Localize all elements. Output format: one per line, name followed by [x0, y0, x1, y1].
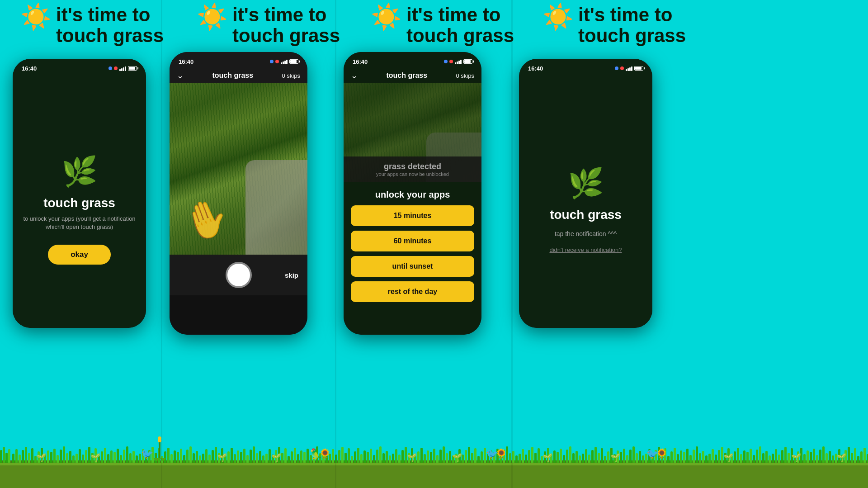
phone4-record-icon [620, 66, 624, 70]
phone3-battery-icon [463, 59, 472, 64]
grass-photo: 🤚 [170, 83, 307, 255]
okay-button[interactable]: okay [48, 245, 111, 265]
small-plant-8: 🌱 [610, 453, 620, 463]
small-plant-4: 🌱 [271, 453, 281, 463]
phone3-time: 16:40 [353, 58, 368, 65]
phone3-status-icons [444, 59, 472, 64]
phone-4: 16:40 🌿 touch grass tap the notification… [519, 59, 652, 328]
divider-3 [511, 0, 513, 488]
grass-group [0, 447, 10, 463]
phone2-nav-title: touch grass [212, 71, 253, 80]
phone4-battery-icon [634, 66, 643, 71]
phone4-app-title: touch grass [550, 208, 622, 222]
phone4-notification-link[interactable]: didn't receive a notification? [549, 246, 622, 253]
small-plant-3: 🌱 [217, 453, 227, 463]
panel3-line1: it's time to [406, 5, 514, 25]
panel4-line2: touch grass [578, 25, 686, 46]
grass-detected-overlay: grass detected your apps can now be unbl… [344, 83, 481, 182]
detected-subtitle: your apps can now be unblocked [349, 171, 476, 177]
unlock-day-button[interactable]: rest of the day [351, 281, 474, 302]
phone2-status-icons [270, 59, 298, 64]
panel2-line2: touch grass [232, 25, 340, 46]
sunflower-1 [154, 436, 165, 461]
phone3-signal-icon [455, 59, 462, 64]
unlock-title: unlock your apps [351, 190, 474, 200]
phone1-time: 16:40 [22, 65, 37, 72]
panel4-line1: it's time to [578, 5, 686, 25]
phone1-location-icon [108, 66, 112, 70]
camera-view: 🤚 [170, 83, 307, 255]
sun-icon-3: ☀️ [371, 5, 402, 29]
phone4-grass-icon: 🌿 [568, 166, 604, 200]
phone1-screen: 16:40 🌿 touch grass to unlock your apps … [13, 59, 146, 328]
phone1-content: 🌿 touch grass to unlock your apps (you'l… [13, 75, 146, 328]
small-plant-10: 🌱 [791, 453, 801, 463]
unlock-60min-button[interactable]: 60 minutes [351, 231, 474, 251]
divider-1 [161, 0, 162, 488]
phone-3: 16:40 ⌄ touch grass 0 skips [344, 52, 481, 335]
phone3-nav-skips: 0 skips [456, 72, 474, 79]
red-bird-2: 🦜 [310, 448, 322, 460]
phone1-signal-icon [119, 66, 126, 71]
small-plant-7: 🌱 [542, 453, 552, 463]
grass-fill [12, 446, 868, 463]
phone4-screen: 16:40 🌿 touch grass tap the notification… [519, 59, 652, 328]
phone2-nav: ⌄ touch grass 0 skips [170, 68, 307, 83]
phone2-location-icon [270, 60, 274, 63]
unlock-sunset-button[interactable]: until sunset [351, 256, 474, 277]
sun-icon-2: ☀️ [197, 5, 228, 29]
panel2-line1: it's time to [232, 5, 340, 25]
phone1-status-bar: 16:40 [13, 59, 146, 75]
panel3-header-text: it's time to touch grass [406, 5, 514, 46]
panel4-header: ☀️ it's time to touch grass [542, 5, 686, 46]
phone1-app-subtitle: to unlock your apps (you'll get a notifi… [22, 215, 137, 231]
ground-layer [0, 463, 868, 488]
phone2-screen: 16:40 ⌄ touch grass 0 skips [170, 52, 307, 335]
panel1-line1: it's time to [56, 5, 164, 25]
phone3-nav-title: touch grass [386, 71, 427, 80]
grass-plant-icon: 🌿 [61, 155, 98, 189]
phone3-chevron-icon[interactable]: ⌄ [351, 71, 358, 81]
phone3-nav: ⌄ touch grass 0 skips [344, 68, 481, 83]
phone4-status-bar: 16:40 [519, 59, 652, 75]
phone2-status-bar: 16:40 [170, 52, 307, 68]
sun-icon-4: ☀️ [542, 5, 574, 29]
shutter-button[interactable] [226, 262, 252, 288]
phone1-battery-icon [128, 66, 137, 71]
phone4-signal-icon [626, 66, 632, 71]
unlock-section: unlock your apps 15 minutes 60 minutes u… [344, 182, 481, 314]
divider-2 [335, 0, 336, 488]
phone3-screen: 16:40 ⌄ touch grass 0 skips [344, 52, 481, 335]
panel1-line2: touch grass [56, 25, 164, 46]
sun-icon-1: ☀️ [20, 5, 52, 29]
small-plant-9: 🌱 [723, 453, 733, 463]
unlock-15min-button[interactable]: 15 minutes [351, 205, 474, 226]
panel4-header-text: it's time to touch grass [578, 5, 686, 46]
phone4-status-icons [615, 66, 643, 71]
small-plant-2: 🌱 [90, 453, 100, 463]
phone4-content: 🌿 touch grass tap the notification ^^^ d… [519, 75, 652, 328]
skip-button[interactable]: skip [285, 271, 298, 279]
small-plant-6: 🌱 [452, 453, 462, 463]
panel2-header-text: it's time to touch grass [232, 5, 340, 46]
red-bird-3: 🐦 [486, 448, 498, 460]
grass-tufts-row [0, 445, 868, 463]
phone1-record-icon [114, 66, 118, 70]
chevron-down-icon[interactable]: ⌄ [177, 71, 184, 81]
red-bird-1: 🐦 [141, 448, 153, 460]
small-plant-11: 🌱 [836, 453, 846, 463]
camera-controls: skip [170, 255, 307, 295]
pixel-ground: 🐦 🌻 🦜 🌻 🐦 🌻 🐦 🌱 🌱 🌱 🌱 🌱 🌱 🌱 🌱 🌱 🌱 🌱 [0, 429, 868, 488]
phone1-app-title: touch grass [43, 196, 115, 210]
panel1-header-text: it's time to touch grass [56, 5, 164, 46]
phone4-location-icon [615, 66, 618, 70]
panel3-line2: touch grass [406, 25, 514, 46]
panel2-header: ☀️ it's time to touch grass [197, 5, 340, 46]
phone2-signal-icon [281, 59, 288, 64]
small-plant-1: 🌱 [36, 453, 46, 463]
phone3-location-icon [444, 60, 448, 63]
phone3-record-icon [449, 60, 453, 63]
phone2-battery-icon [289, 59, 298, 64]
phone4-time: 16:40 [528, 65, 543, 72]
phone-1: 16:40 🌿 touch grass to unlock your apps … [13, 59, 146, 328]
